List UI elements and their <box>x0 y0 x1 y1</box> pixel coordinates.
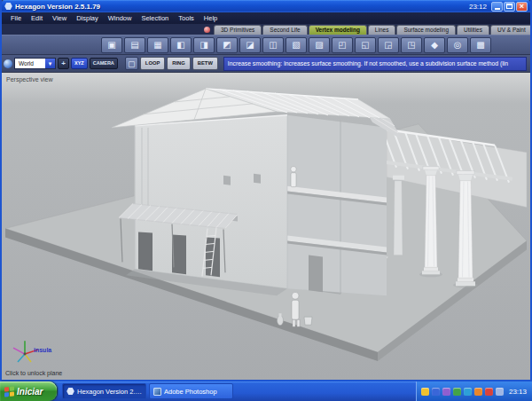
hexagon-app-window: Hexagon Version 2.5.1.79 23:12 × FileEdi… <box>0 0 532 381</box>
menu-item[interactable]: Window <box>104 12 137 24</box>
menu-item[interactable]: Selection <box>137 12 173 24</box>
tab-strip: 3D PrimitivesSecond LifeVertex modelingL… <box>2 24 530 35</box>
xyz-button[interactable]: XYZ <box>71 58 88 69</box>
tab[interactable]: UV & Paint <box>490 25 530 35</box>
desktop: Hexagon Version 2.5.1.79 23:12 × FileEdi… <box>0 0 532 401</box>
plane-lock-status[interactable]: Click to unlock plane <box>5 370 62 376</box>
close-icon: × <box>520 3 524 11</box>
insula-building[interactable] <box>126 115 387 295</box>
title-bar: Hexagon Version 2.5.1.79 23:12 × <box>2 0 530 12</box>
human-figure-upper[interactable] <box>291 166 296 186</box>
tray-icon[interactable] <box>442 388 450 396</box>
chevron-down-icon[interactable] <box>45 59 55 68</box>
hint-bar: Increase smoothing: Increases surface sm… <box>223 57 527 71</box>
menu-item[interactable]: View <box>48 12 71 24</box>
windows-logo-green <box>10 386 14 391</box>
windows-taskbar: Iniciar Hexagon Version 2.5... Adobe Pho… <box>0 381 532 401</box>
tab[interactable]: 3D Primitives <box>214 25 262 35</box>
selection-controls: LOOP RING BETW <box>125 57 218 70</box>
modeling-tool-icon[interactable]: ◨ <box>193 37 215 53</box>
world-controls: World XYZ CAMERA <box>4 58 118 69</box>
close-button[interactable]: × <box>516 2 528 12</box>
tray-icon[interactable] <box>453 388 461 396</box>
minimize-button[interactable] <box>491 2 503 12</box>
windows-logo-red <box>4 387 9 392</box>
tab[interactable]: Surface modeling <box>396 25 456 35</box>
start-button[interactable]: Iniciar <box>0 381 57 401</box>
menu-item[interactable]: Help <box>200 12 222 24</box>
hexagon-icon <box>66 388 74 396</box>
taskbar-clock: 23:13 <box>509 388 527 396</box>
ring-button[interactable]: RING <box>167 57 191 70</box>
modeling-tool-icon[interactable]: ◳ <box>401 37 422 53</box>
tray-icon[interactable] <box>464 388 472 396</box>
view-label: Perspective view <box>6 76 53 83</box>
modeling-tool-icon[interactable]: ◎ <box>447 37 468 53</box>
sub-toolbar: World XYZ CAMERA LOOP RING BETW Increase… <box>2 54 530 72</box>
menu-item[interactable]: Tools <box>174 12 199 24</box>
hexagon-app-icon <box>4 3 12 11</box>
photoshop-icon <box>153 388 161 396</box>
tray-icon[interactable] <box>421 388 429 396</box>
tab[interactable]: Vertex modeling <box>309 25 367 35</box>
windows-logo-blue <box>4 392 9 397</box>
axis-lock-icon[interactable] <box>58 58 69 69</box>
selection-mode-icon[interactable] <box>125 57 138 70</box>
window-title: Hexagon Version 2.5.1.79 <box>15 3 100 11</box>
maximize-button[interactable] <box>504 2 515 12</box>
model-name-label[interactable]: insula <box>34 347 51 353</box>
tool-tabs: 3D PrimitivesSecond LifeVertex modelingL… <box>214 25 530 35</box>
task-buttons: Hexagon Version 2.5... Adobe Photoshop <box>62 383 233 399</box>
world-selector[interactable]: World <box>14 58 56 69</box>
modeling-tool-icon[interactable]: ▣ <box>101 37 122 53</box>
modeling-tool-icon[interactable]: ▨ <box>309 37 330 53</box>
modeling-tool-icon[interactable]: ◪ <box>239 37 261 53</box>
hint-text: Increase smoothing: Increases surface sm… <box>228 60 508 67</box>
modeling-tool-icon[interactable]: ◰ <box>332 37 353 53</box>
tab-strip-lead-icon <box>204 27 210 33</box>
tray-icon[interactable] <box>496 388 504 396</box>
tab[interactable]: Lines <box>368 25 396 35</box>
camera-button[interactable]: CAMERA <box>90 58 118 69</box>
modeling-tool-icon[interactable]: ▧ <box>286 37 307 53</box>
system-tray: 23:13 <box>416 381 532 401</box>
menu-item[interactable]: Display <box>72 12 103 24</box>
maximize-icon <box>506 4 512 9</box>
tab[interactable]: Second Life <box>262 25 307 35</box>
modeling-tool-icon[interactable]: ◩ <box>216 37 238 53</box>
modeling-tool-icon[interactable]: ▦ <box>147 37 168 53</box>
taskbar-item-photoshop[interactable]: Adobe Photoshop <box>149 383 233 399</box>
tab[interactable]: Utilities <box>457 25 489 35</box>
modeling-tool-icon[interactable]: ▩ <box>470 37 491 53</box>
tray-icon[interactable] <box>485 388 493 396</box>
modeling-toolbar: ▣▤▦◧◨◩◪◫▧▨◰◱◲◳◆◎▩ <box>2 35 530 54</box>
windows-logo-icon <box>4 386 14 397</box>
world-selector-value: World <box>15 59 45 68</box>
modeling-tool-icon[interactable]: ◧ <box>170 37 192 53</box>
modeling-tool-icon[interactable]: ◲ <box>378 37 399 53</box>
modeling-tool-icon[interactable]: ▤ <box>124 37 145 53</box>
modeling-tool-icon[interactable]: ◱ <box>355 37 376 53</box>
minimize-icon <box>495 8 500 10</box>
viewport-3d[interactable]: Perspective view insula Click to unlock … <box>2 72 530 380</box>
tray-icon[interactable] <box>474 388 482 396</box>
world-icon <box>4 59 12 68</box>
between-button[interactable]: BETW <box>192 57 218 70</box>
start-label: Iniciar <box>17 387 43 397</box>
windows-logo-yellow <box>10 391 14 397</box>
loop-button[interactable]: LOOP <box>140 57 165 70</box>
tray-icon[interactable] <box>432 388 440 396</box>
modeling-tool-icon[interactable]: ◆ <box>424 37 445 53</box>
titlebar-clock: 23:12 <box>469 3 487 11</box>
modeling-tool-icon[interactable]: ◫ <box>262 37 284 53</box>
menu-bar: FileEditViewDisplayWindowSelectionToolsH… <box>2 12 530 24</box>
menu-item[interactable]: File <box>6 12 26 24</box>
taskbar-item-hexagon[interactable]: Hexagon Version 2.5... <box>62 383 146 399</box>
modeling-tools: ▣▤▦◧◨◩◪◫▧▨◰◱◲◳◆◎▩ <box>101 37 491 53</box>
insula-3d-model <box>2 73 530 380</box>
menu-item[interactable]: Edit <box>27 12 47 24</box>
